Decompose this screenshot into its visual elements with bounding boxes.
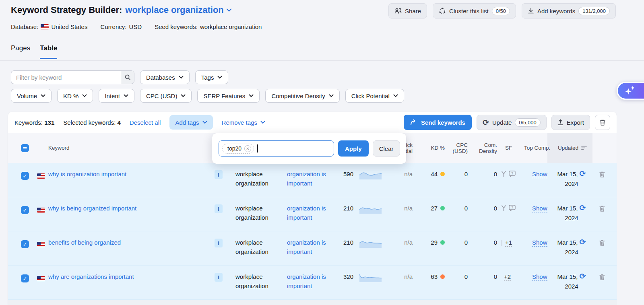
filter-pill-competitive-density[interactable]: Competitive Density xyxy=(265,89,339,103)
chevron-down-icon xyxy=(249,94,254,97)
people-icon xyxy=(394,8,402,14)
database-label: Database: xyxy=(11,23,38,30)
update-button[interactable]: ⟳ Update 0/5,000 xyxy=(477,115,547,130)
add-tags-button[interactable]: Add tags xyxy=(169,115,213,130)
serp-features-cell[interactable]: +2 xyxy=(504,273,511,281)
serp-features-cell[interactable]: +1 xyxy=(501,239,512,247)
serp-features-cell[interactable]: ? xyxy=(501,205,516,211)
delete-row-icon[interactable] xyxy=(599,274,605,280)
update-badge: 0/5,000 xyxy=(515,118,540,127)
tags-input[interactable]: top20 ✕ xyxy=(219,140,334,157)
top-comp-show-link[interactable]: Show xyxy=(532,239,547,247)
volume-value: 590 xyxy=(325,171,353,177)
col-cpc[interactable]: CPC (USD) xyxy=(445,133,468,163)
svg-text:?: ? xyxy=(511,171,513,175)
seed-keyword: workplace organization xyxy=(235,204,284,222)
row-checkbox[interactable]: ✓ xyxy=(21,240,29,248)
table-row[interactable]: ✓ why are organizations important I work… xyxy=(8,266,617,300)
top-comp-show-link[interactable]: Show xyxy=(532,171,547,178)
row-checkbox[interactable]: ✓ xyxy=(21,274,29,282)
kd-dot xyxy=(440,274,445,279)
row-checkbox[interactable]: ✓ xyxy=(21,206,29,214)
keyword-filter-input[interactable] xyxy=(11,70,121,84)
remove-tag-icon[interactable]: ✕ xyxy=(244,145,251,152)
list-meta: Database: United States Currency: USD Se… xyxy=(11,23,262,30)
refresh-row-icon[interactable]: ⟳ xyxy=(580,169,586,178)
chevron-down-icon xyxy=(202,121,207,124)
filter-pill-kd[interactable]: KD % xyxy=(57,89,93,103)
sf-more-link[interactable]: +1 xyxy=(505,239,512,247)
export-button[interactable]: Export xyxy=(551,115,590,130)
filter-tags[interactable]: Tags xyxy=(195,70,229,84)
delete-row-icon[interactable] xyxy=(599,171,605,178)
keyword-filter xyxy=(11,70,134,84)
kd-value: 29 xyxy=(431,239,438,246)
serp-features-cell[interactable]: ? xyxy=(501,171,516,177)
tab-pages[interactable]: Pages xyxy=(11,44,30,59)
keywords-table-card: Keywords: 131 Selected keywords: 4 Desel… xyxy=(8,112,617,305)
table-row[interactable]: ✓ why is organization important I workpl… xyxy=(8,163,617,197)
refresh-row-icon[interactable]: ⟳ xyxy=(580,203,586,212)
table-row[interactable]: ✓ benefits of being organized I workplac… xyxy=(8,231,617,266)
delete-row-icon[interactable] xyxy=(599,205,605,212)
search-button[interactable] xyxy=(121,70,134,84)
filter-pill-click-potential[interactable]: Click Potential xyxy=(345,89,404,103)
add-keywords-button[interactable]: Add keywords 131/2,000 xyxy=(522,3,616,19)
search-icon xyxy=(124,74,131,80)
cluster-this-list-button[interactable]: Cluster this list 0/50 xyxy=(433,3,516,19)
us-flag-icon xyxy=(37,173,45,179)
kd-value: 63 xyxy=(431,273,438,280)
clear-button[interactable]: Clear xyxy=(373,140,400,157)
refresh-row-icon[interactable]: ⟳ xyxy=(580,237,586,246)
updated-cell: Mar 15, ⟳ 2024 xyxy=(551,169,592,189)
apply-button[interactable]: Apply xyxy=(338,140,369,157)
filter-pill-serp-features[interactable]: SERP Features xyxy=(197,89,260,103)
remove-tags-button[interactable]: Remove tags xyxy=(222,119,265,126)
tag-chip[interactable]: top20 ✕ xyxy=(222,144,254,154)
currency-value: USD xyxy=(129,23,142,30)
sf-more-link[interactable]: +2 xyxy=(504,273,511,281)
view-tabs: Pages Table xyxy=(11,44,57,59)
table-bottom-strip xyxy=(8,300,617,305)
keyword-link[interactable]: why is being organized important xyxy=(48,205,136,212)
delete-list-button[interactable] xyxy=(595,115,610,130)
col-keyword[interactable]: Keyword xyxy=(48,133,70,163)
filter-pill-intent[interactable]: Intent xyxy=(99,89,134,103)
refresh-row-icon[interactable]: ⟳ xyxy=(580,272,586,280)
deselect-all-button[interactable]: Deselect all xyxy=(130,119,161,126)
share-button[interactable]: Share xyxy=(388,3,427,19)
filter-databases[interactable]: Databases xyxy=(140,70,190,84)
col-top-comp[interactable]: Top Comp. xyxy=(524,133,551,163)
keyword-link[interactable]: why is organization important xyxy=(48,171,126,177)
updated-cell: Mar 15, ⟳ 2024 xyxy=(551,272,592,291)
list-name-dropdown[interactable]: workplace organization xyxy=(125,5,232,15)
ai-assistant-button[interactable] xyxy=(617,82,644,100)
col-kd[interactable]: KD % xyxy=(415,133,445,163)
col-sf[interactable]: SF xyxy=(505,133,521,163)
filter-pill-volume[interactable]: Volume xyxy=(11,89,52,103)
row-checkbox[interactable]: ✓ xyxy=(21,172,29,180)
table-row[interactable]: ✓ why is being organized important I wor… xyxy=(8,197,617,231)
col-density[interactable]: Com. Density xyxy=(473,133,497,163)
share-label: Share xyxy=(405,8,421,14)
us-flag-icon xyxy=(37,276,45,281)
kd-cell: 63 xyxy=(415,273,445,280)
text-cursor xyxy=(257,144,258,152)
top-comp-show-link[interactable]: Show xyxy=(532,273,547,281)
delete-row-icon[interactable] xyxy=(599,239,605,246)
chevron-down-icon xyxy=(41,94,45,97)
volume-value: 320 xyxy=(325,273,353,280)
chevron-down-icon xyxy=(393,94,398,97)
select-all-checkbox[interactable] xyxy=(21,144,29,152)
people-also-ask-icon: ? xyxy=(509,205,516,211)
top-comp-show-link[interactable]: Show xyxy=(532,205,547,212)
send-keywords-button[interactable]: Send keywords xyxy=(404,115,472,130)
trend-sparkline xyxy=(359,170,382,179)
keyword-link[interactable]: why are organizations important xyxy=(48,273,134,280)
filter-pill-cpc[interactable]: CPC (USD) xyxy=(140,89,192,103)
tab-table[interactable]: Table xyxy=(40,44,57,59)
kd-value: 44 xyxy=(431,171,438,177)
keyword-link[interactable]: benefits of being organized xyxy=(48,239,121,246)
sort-desc-icon xyxy=(581,146,587,150)
col-updated[interactable]: Updated xyxy=(554,133,591,163)
